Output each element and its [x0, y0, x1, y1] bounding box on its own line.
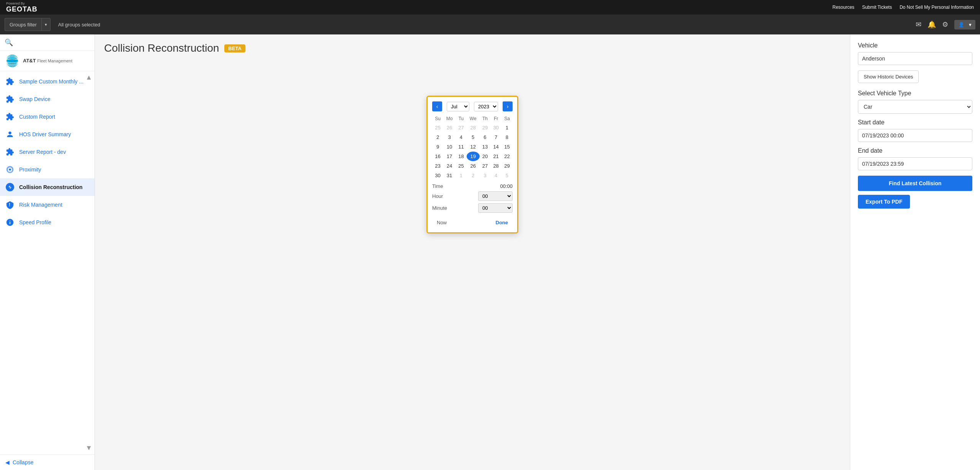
- groups-filter-container: Groups filter ▾: [5, 18, 51, 31]
- calendar-year-select[interactable]: 202020212022202320242025: [474, 102, 498, 111]
- cal-day-4-5[interactable]: 28: [490, 161, 501, 171]
- hour-select[interactable]: 0001020304050607080910111213141516171819…: [478, 191, 513, 201]
- cal-day-3-5[interactable]: 21: [490, 152, 501, 161]
- cal-day-1-4[interactable]: 6: [480, 132, 491, 142]
- cal-day-3-2[interactable]: 18: [456, 152, 467, 161]
- cal-day-1-1[interactable]: 3: [443, 132, 456, 142]
- puzzle-icon-4: [5, 147, 15, 157]
- geotab-brand-text: GEOTAB: [6, 5, 38, 13]
- cal-day-header-th: Th: [480, 114, 491, 123]
- cal-day-0-0[interactable]: 25: [432, 123, 443, 132]
- sidebar: 🔍 AT&T Fleet Management ▲ Sample: [0, 34, 95, 470]
- cal-day-header-fr: Fr: [490, 114, 501, 123]
- end-date-input[interactable]: [858, 157, 972, 170]
- calendar-month-select[interactable]: JanFebMarAprMayJunJulAugSepOctNovDec: [447, 102, 469, 111]
- sidebar-item-label-7: Risk Management: [19, 202, 62, 208]
- cal-day-5-1[interactable]: 31: [443, 171, 456, 180]
- att-logo-svg: [5, 54, 19, 68]
- groups-filter-dropdown[interactable]: ▾: [41, 18, 51, 31]
- cal-day-4-6[interactable]: 29: [501, 161, 513, 171]
- sidebar-item-label-2: Custom Report: [19, 114, 55, 120]
- cal-day-0-5[interactable]: 30: [490, 123, 501, 132]
- bell-icon[interactable]: 🔔: [928, 20, 936, 29]
- cal-day-5-6[interactable]: 5: [501, 171, 513, 180]
- cal-day-3-3[interactable]: 19: [467, 152, 480, 161]
- find-latest-collision-button[interactable]: Find Latest Collision: [858, 176, 972, 191]
- cal-day-2-4[interactable]: 13: [480, 142, 491, 152]
- cal-day-5-5[interactable]: 4: [490, 171, 501, 180]
- user-button[interactable]: 👤 ▾: [954, 20, 975, 29]
- vehicle-type-select[interactable]: Car Truck Van: [858, 100, 972, 114]
- sidebar-item-collision-reconstruction[interactable]: Collision Reconstruction: [0, 178, 95, 196]
- vehicle-input[interactable]: [858, 52, 972, 65]
- cal-day-2-6[interactable]: 15: [501, 142, 513, 152]
- vehicle-section-title: Vehicle: [858, 42, 972, 49]
- sidebar-item-server-report[interactable]: Server Report - dev: [0, 143, 95, 161]
- start-date-input[interactable]: [858, 129, 972, 142]
- gear-icon[interactable]: ⚙: [942, 20, 948, 29]
- cal-day-2-5[interactable]: 14: [490, 142, 501, 152]
- fleet-mgmt-text: Fleet Management: [37, 59, 72, 63]
- sidebar-item-label-5: Proximity: [19, 166, 41, 173]
- cal-day-2-1[interactable]: 10: [443, 142, 456, 152]
- cal-day-2-3[interactable]: 12: [467, 142, 480, 152]
- cal-day-1-6[interactable]: 8: [501, 132, 513, 142]
- sidebar-item-speed-profile[interactable]: Speed Profile: [0, 214, 95, 231]
- now-button[interactable]: Now: [432, 217, 451, 228]
- cal-day-2-0[interactable]: 9: [432, 142, 443, 152]
- sidebar-item-hos-driver-summary[interactable]: HOS Driver Summary: [0, 126, 95, 143]
- content-area: Collision Reconstruction BETA ‹ JanFebMa…: [95, 34, 850, 470]
- calendar-next-button[interactable]: ›: [503, 101, 513, 111]
- cal-day-1-5[interactable]: 7: [490, 132, 501, 142]
- end-date-section-title: End date: [858, 147, 972, 154]
- cal-day-4-4[interactable]: 27: [480, 161, 491, 171]
- cal-day-3-1[interactable]: 17: [443, 152, 456, 161]
- page-title: Collision Reconstruction: [104, 42, 219, 54]
- sidebar-item-proximity[interactable]: Proximity: [0, 161, 95, 178]
- puzzle-icon-1: [5, 95, 15, 104]
- cal-day-4-1[interactable]: 24: [443, 161, 456, 171]
- export-to-pdf-button[interactable]: Export To PDF: [858, 195, 910, 209]
- cal-day-3-6[interactable]: 22: [501, 152, 513, 161]
- sidebar-item-sample-custom-monthly[interactable]: Sample Custom Monthly ...: [0, 73, 95, 90]
- show-historic-button[interactable]: Show Historic Devices: [858, 70, 919, 83]
- cal-day-1-3[interactable]: 5: [467, 132, 480, 142]
- groups-filter-button[interactable]: Groups filter: [5, 18, 41, 31]
- cal-day-0-2[interactable]: 27: [456, 123, 467, 132]
- sidebar-item-risk-management[interactable]: Risk Management: [0, 196, 95, 214]
- submit-tickets-link[interactable]: Submit Tickets: [862, 5, 892, 10]
- cal-day-4-2[interactable]: 25: [456, 161, 467, 171]
- calendar-prev-button[interactable]: ‹: [432, 101, 442, 111]
- cal-day-1-2[interactable]: 4: [456, 132, 467, 142]
- cal-day-0-1[interactable]: 26: [443, 123, 456, 132]
- sidebar-item-custom-report[interactable]: Custom Report: [0, 108, 95, 126]
- cal-day-5-4[interactable]: 3: [480, 171, 491, 180]
- puzzle-icon-2: [5, 112, 15, 121]
- calendar-hour-row: Hour 00010203040506070809101112131415161…: [432, 191, 513, 201]
- person-icon: [5, 130, 15, 139]
- email-icon[interactable]: ✉: [916, 20, 921, 29]
- cal-day-5-3[interactable]: 2: [467, 171, 480, 180]
- cal-day-header-su: Su: [432, 114, 443, 123]
- sidebar-scroll-down[interactable]: ▼: [83, 443, 95, 453]
- cal-day-3-4[interactable]: 20: [480, 152, 491, 161]
- minute-select[interactable]: 000510152025303540455055: [478, 203, 513, 213]
- cal-day-4-3[interactable]: 26: [467, 161, 480, 171]
- calendar-popup: ‹ JanFebMarAprMayJunJulAugSepOctNovDec 2…: [426, 96, 518, 233]
- cal-day-0-3[interactable]: 28: [467, 123, 480, 132]
- sidebar-collapse-button[interactable]: ◀ Collapse: [0, 454, 95, 470]
- cal-day-2-2[interactable]: 11: [456, 142, 467, 152]
- sidebar-item-swap-device[interactable]: Swap Device: [0, 90, 95, 108]
- cal-day-0-6[interactable]: 1: [501, 123, 513, 132]
- cal-day-3-0[interactable]: 16: [432, 152, 443, 161]
- search-icon[interactable]: 🔍: [5, 38, 13, 47]
- resources-link[interactable]: Resources: [833, 5, 854, 10]
- cal-day-0-4[interactable]: 29: [480, 123, 491, 132]
- done-button[interactable]: Done: [491, 217, 513, 228]
- cal-day-1-0[interactable]: 2: [432, 132, 443, 142]
- minute-label: Minute: [432, 205, 447, 211]
- cal-day-5-0[interactable]: 30: [432, 171, 443, 180]
- do-not-sell-link[interactable]: Do Not Sell My Personal Information: [900, 5, 974, 10]
- cal-day-5-2[interactable]: 1: [456, 171, 467, 180]
- cal-day-4-0[interactable]: 23: [432, 161, 443, 171]
